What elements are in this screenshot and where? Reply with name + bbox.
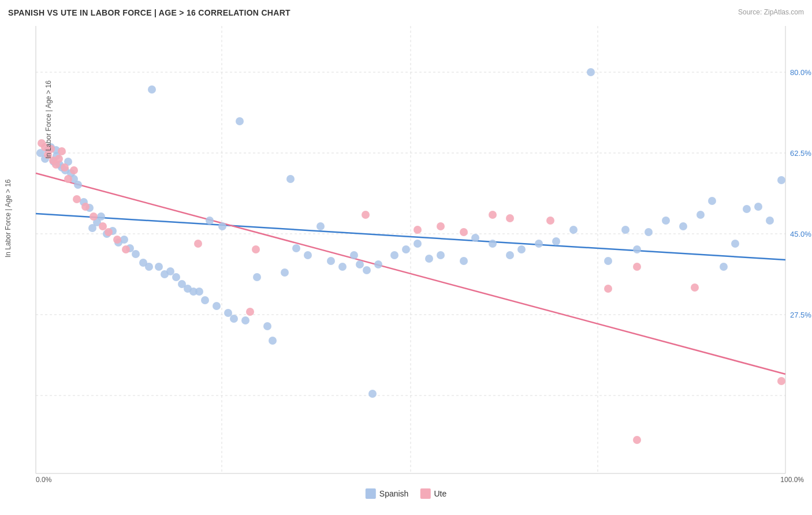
svg-point-71: [338, 263, 347, 271]
svg-point-86: [517, 245, 526, 253]
svg-point-126: [362, 211, 370, 219]
svg-point-111: [55, 155, 63, 163]
svg-point-136: [777, 377, 785, 385]
svg-point-87: [535, 240, 543, 248]
svg-text:80.0%: 80.0%: [790, 68, 811, 77]
svg-point-67: [292, 244, 300, 252]
svg-point-81: [437, 251, 445, 259]
svg-point-72: [350, 251, 358, 259]
svg-point-85: [506, 251, 514, 259]
svg-point-131: [506, 214, 514, 222]
svg-point-132: [546, 217, 554, 225]
legend-bottom: Spanish Ute: [366, 488, 446, 499]
svg-point-65: [281, 268, 289, 277]
svg-point-73: [356, 260, 364, 268]
svg-point-113: [61, 163, 69, 171]
svg-point-93: [633, 245, 641, 253]
svg-point-90: [587, 68, 595, 76]
legend-bottom-ute-label: Ute: [434, 489, 446, 498]
svg-point-31: [74, 181, 82, 189]
svg-point-68: [304, 251, 312, 259]
svg-point-56: [213, 302, 221, 310]
svg-point-120: [105, 228, 113, 236]
svg-point-96: [679, 222, 687, 230]
svg-point-63: [263, 322, 271, 330]
svg-point-100: [731, 240, 739, 248]
svg-point-91: [604, 257, 612, 265]
svg-point-64: [269, 337, 277, 345]
svg-point-119: [99, 222, 107, 230]
svg-point-36: [97, 212, 105, 221]
legend-bottom-spanish-label: Spanish: [379, 489, 409, 498]
svg-point-127: [414, 226, 422, 234]
svg-point-88: [552, 237, 560, 245]
svg-point-69: [316, 222, 325, 230]
svg-point-89: [569, 226, 578, 234]
svg-point-83: [471, 234, 479, 242]
svg-point-77: [390, 251, 398, 259]
svg-point-82: [460, 257, 468, 265]
svg-point-78: [402, 245, 410, 253]
svg-point-97: [696, 211, 705, 219]
svg-point-99: [720, 263, 728, 271]
svg-point-102: [754, 203, 762, 211]
svg-point-40: [120, 236, 128, 244]
svg-point-123: [194, 240, 202, 248]
legend-bottom-spanish: Spanish: [366, 488, 409, 499]
svg-point-57: [218, 222, 226, 230]
svg-point-124: [246, 308, 254, 316]
svg-point-128: [437, 222, 445, 230]
svg-point-98: [708, 197, 716, 205]
svg-point-121: [113, 236, 121, 244]
svg-point-45: [148, 85, 156, 94]
svg-point-74: [363, 266, 371, 274]
x-axis-left-label: 0.0%: [36, 476, 51, 484]
svg-text:27.5%: 27.5%: [790, 311, 811, 319]
svg-point-95: [662, 217, 670, 225]
x-axis-right-label: 100.0%: [780, 476, 804, 484]
svg-point-76: [374, 260, 382, 268]
svg-point-134: [633, 263, 641, 271]
svg-point-49: [172, 273, 180, 281]
svg-point-101: [743, 205, 751, 213]
svg-point-117: [81, 203, 90, 211]
svg-point-61: [241, 316, 249, 324]
svg-text:45.0%: 45.0%: [790, 230, 811, 238]
svg-point-54: [201, 296, 209, 304]
svg-point-58: [224, 309, 232, 317]
svg-point-46: [155, 263, 163, 271]
svg-point-103: [766, 217, 774, 225]
svg-point-137: [633, 436, 641, 444]
svg-point-92: [621, 226, 630, 234]
svg-point-62: [253, 273, 261, 281]
chart-svg: 80.0% 62.5% 45.0% 27.5%: [0, 0, 812, 515]
svg-point-55: [206, 217, 214, 225]
svg-point-114: [64, 175, 72, 183]
svg-text:62.5%: 62.5%: [790, 149, 811, 158]
svg-point-84: [489, 240, 497, 248]
svg-point-94: [645, 228, 653, 236]
svg-point-80: [425, 255, 433, 263]
svg-point-60: [236, 117, 244, 125]
svg-point-129: [460, 228, 468, 236]
svg-point-42: [132, 250, 140, 258]
svg-point-59: [230, 315, 238, 323]
svg-point-116: [73, 195, 81, 203]
svg-point-66: [286, 175, 295, 183]
legend-bottom-spanish-box: [366, 488, 376, 499]
svg-point-125: [252, 245, 260, 253]
svg-point-70: [327, 257, 335, 265]
legend-bottom-ute: Ute: [420, 488, 446, 499]
svg-point-122: [122, 245, 130, 253]
svg-point-115: [70, 166, 78, 174]
legend-bottom-ute-box: [420, 488, 430, 499]
svg-point-112: [58, 147, 66, 155]
svg-point-135: [691, 283, 699, 292]
svg-point-118: [90, 212, 98, 221]
svg-point-79: [414, 240, 422, 248]
svg-point-75: [368, 390, 377, 398]
svg-point-104: [777, 176, 785, 184]
svg-point-130: [489, 211, 497, 219]
svg-point-53: [195, 288, 203, 296]
svg-point-133: [604, 285, 612, 293]
